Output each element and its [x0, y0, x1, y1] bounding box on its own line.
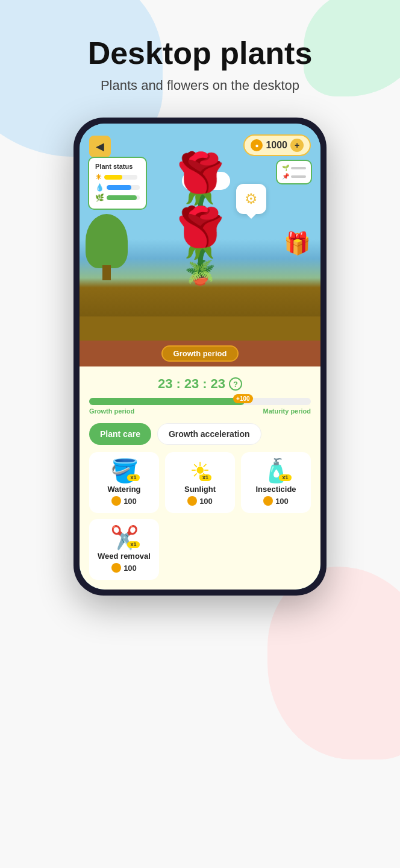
coin-icon: ●: [251, 139, 263, 151]
weed-row: ✂️ x1 Weed removal 100: [89, 519, 311, 580]
progress-bar-background: +100: [89, 398, 311, 405]
sun-bar: [104, 175, 137, 180]
sunlight-label: Sunlight: [184, 485, 216, 494]
watering-label: Watering: [107, 485, 140, 494]
sun-icon: ☀: [95, 173, 102, 181]
app-title: Desktop plants: [88, 36, 313, 71]
leaf-bar-fill: [107, 195, 137, 200]
sunlight-price: 100: [187, 496, 213, 506]
list-row-1: 🌱: [282, 165, 306, 171]
progress-badge: +100: [233, 394, 253, 403]
timer-sep-1: :: [176, 376, 180, 392]
list-panel[interactable]: 🌱 📌: [276, 160, 312, 184]
timer-row: 23 : 23 : 23 ?: [89, 376, 311, 392]
watering-price-value: 100: [123, 497, 137, 506]
rose-plant-icon: 🌹🌹: [166, 154, 234, 263]
care-item-watering[interactable]: 🪣 x1 Watering 100: [89, 452, 159, 513]
app-subtitle: Plants and flowers on the desktop: [101, 78, 299, 93]
weed-removal-icon: ✂️ x1: [110, 526, 139, 549]
care-item-insecticide[interactable]: 🧴 x1 Insecticide 100: [241, 452, 311, 513]
weed-badge: x1: [127, 541, 139, 548]
timer-hours: 23: [158, 376, 172, 392]
progress-label-left: Growth period: [89, 407, 134, 415]
back-button[interactable]: ◀: [89, 136, 111, 157]
phone-screen: ◀ ● 1000 + Plant status ☀: [80, 124, 320, 590]
leaf-icon: 🌿: [95, 193, 104, 202]
watering-coin-icon: [111, 496, 121, 506]
lower-panel: 23 : 23 : 23 ? +100 Growth perio: [80, 366, 320, 590]
add-coins-button[interactable]: +: [290, 139, 304, 152]
weed-coin-icon: [111, 563, 121, 573]
insecticide-badge: x1: [279, 474, 291, 481]
list-line-2: [291, 175, 306, 178]
water-icon: 💧: [95, 183, 104, 192]
sunlight-badge: x1: [199, 474, 211, 481]
insecticide-coin-icon: [263, 496, 273, 506]
care-item-weed-removal[interactable]: ✂️ x1 Weed removal 100: [89, 519, 159, 580]
insecticide-icon: 🧴 x1: [262, 459, 290, 482]
leaf-bar: [107, 195, 140, 200]
gift-icon[interactable]: 🎁: [284, 231, 311, 256]
watering-badge: x1: [127, 474, 139, 481]
progress-label-right: Maturity period: [263, 407, 311, 415]
plant-status-label: Plant status: [95, 163, 140, 170]
timer-seconds: 23: [211, 376, 225, 392]
status-row-leaf: 🌿: [95, 193, 140, 202]
list-row-2: 📌: [282, 173, 306, 180]
sunlight-price-value: 100: [199, 497, 213, 506]
coin-amount: 1000: [266, 140, 287, 151]
insecticide-price-value: 100: [275, 497, 289, 506]
game-scene: ◀ ● 1000 + Plant status ☀: [80, 124, 320, 316]
desktop-surface: [80, 316, 320, 341]
weed-removal-label: Weed removal: [98, 552, 151, 561]
sun-bar-fill: [104, 175, 122, 180]
tab-plant-care[interactable]: Plant care: [89, 423, 151, 445]
tree-left: [86, 214, 128, 268]
timer-help-button[interactable]: ?: [229, 377, 242, 391]
weed-removal-price: 100: [111, 563, 137, 573]
growth-period-label: Growth period: [161, 345, 239, 362]
coin-badge: ● 1000 +: [243, 134, 311, 156]
watering-icon: 🪣 x1: [110, 459, 139, 482]
status-row-water: 💧: [95, 183, 140, 192]
progress-container: +100: [89, 398, 311, 405]
timer-sep-2: :: [202, 376, 207, 392]
progress-labels: Growth period Maturity period: [89, 407, 311, 415]
sunlight-coin-icon: [187, 496, 197, 506]
timer-minutes: 23: [184, 376, 199, 392]
progress-bar-fill: +100: [89, 398, 245, 405]
tab-row: Plant care Growth acceleration: [89, 423, 311, 445]
status-row-sun: ☀: [95, 173, 140, 181]
care-item-sunlight[interactable]: ☀ x1 Sunlight 100: [165, 452, 235, 513]
plant-status-panel: Plant status ☀ 💧 🌿: [88, 157, 147, 210]
tab-growth-acceleration[interactable]: Growth acceleration: [157, 423, 261, 445]
phone-frame: ◀ ● 1000 + Plant status ☀: [73, 118, 327, 596]
pot-icon: 🪴: [184, 257, 216, 286]
water-bar-fill: [107, 185, 131, 190]
weed-price-value: 100: [123, 564, 137, 573]
speech-bubble: ⚙: [236, 184, 266, 214]
gear-icon: ⚙: [245, 190, 258, 207]
growth-bar-section: Growth period: [80, 341, 320, 366]
sunlight-icon: ☀ x1: [190, 459, 210, 482]
care-items-grid: 🪣 x1 Watering 100 ☀ x1: [89, 452, 311, 513]
insecticide-price: 100: [263, 496, 289, 506]
watering-price: 100: [111, 496, 137, 506]
insecticide-label: Insecticide: [255, 485, 296, 494]
water-bar: [107, 185, 140, 190]
plant-area: 🌹🌹 🪴: [166, 154, 234, 286]
list-line-1: [291, 167, 306, 169]
